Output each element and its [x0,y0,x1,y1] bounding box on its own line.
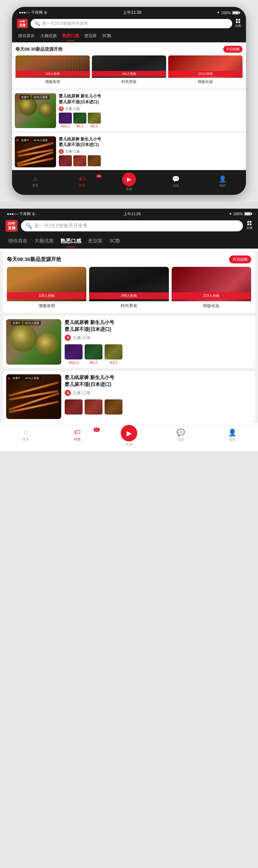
nav-mine-1[interactable]: 👤 我的 [199,175,246,191]
remind-button-2[interactable]: 开启提醒 [229,255,251,263]
tab-3c-2[interactable]: 3C数 [106,237,124,245]
nav-msg-1[interactable]: 💬 消息 [152,175,199,191]
live-center-button[interactable]: ▶ [122,172,136,186]
flash-item-suit-2[interactable]: 340人抢购 时尚男装 [89,267,169,309]
grid-dot [236,21,238,23]
sale-icon: 🏷 [79,175,85,182]
product-thumbs-bbq-2 [65,399,252,415]
user-icon-2: 👤 [228,428,237,437]
tab-taste[interactable]: 熟悉口感 [60,32,82,40]
grapes-img [59,113,72,124]
nav-sale-2[interactable]: 🏷 21 特卖 [52,428,103,447]
meat2-img [73,155,86,166]
search-bar-1[interactable]: 🔍 新一代V3.0智能手环发售 [31,19,232,28]
tab-discount-2[interactable]: 大额优惠 [31,237,57,245]
live-center-button-2[interactable]: ▶ [121,425,137,441]
phone-frame-1: ●●●○○ 千库网 令 上午11:26 ✦ 100% 20年 直播 🔍 新一代V… [12,7,246,195]
live-host-kiwi-2: 主 主播-江南 [65,335,252,341]
product-thumb-banana-2[interactable]: ¥3.2 [105,344,122,365]
nav-sale-1[interactable]: 🏷 21 特卖 [59,175,106,191]
product-thumb-grapes-2[interactable]: ¥10.2 [65,344,83,365]
product-thumb-meat1[interactable] [59,155,72,166]
grid-icon-row1 [236,19,240,21]
logo-tag-2: 直播 [8,226,15,230]
grapes-color-2 [65,344,83,359]
nav-live-1[interactable]: ▶ 直播 [106,175,152,191]
remind-button-1[interactable]: 开启提醒 [223,46,243,53]
host-avatar-1: 主 [59,106,64,111]
product-thumb-meat2[interactable] [73,155,86,166]
live-thumbnail-bbq-1: 直播中 4576人观看 [15,136,56,167]
flash-item-cosmetic[interactable]: 219人抢购 韩版化妆 [168,55,243,84]
live-status-bbq-2: 直播中 4576人观看 [8,376,41,380]
host-avatar-bbq-2: 主 [65,390,71,396]
flash-badge-suit: 340人抢购 [92,71,166,77]
live-dot [17,96,19,98]
sale-icon-2: 🏷 [74,428,81,436]
status-right-2: ✦ 100% [229,212,251,216]
grid-dot [236,19,238,21]
flash-grid-2: 109人抢购 潮服装馆 340人抢购 时尚男装 219人抢购 韩版化妆 [7,267,251,309]
flash-item-clothing-2[interactable]: 109人抢购 潮服装馆 [7,267,86,309]
flash-item-clothing[interactable]: 109人抢购 潮服装馆 [15,55,90,84]
host-name-1: 主播-江南 [65,106,80,111]
live-card-bbq-1[interactable]: 直播中 4576人观看 婴儿纸尿裤 新生儿小号婴儿尿不湿(日本进口) 主 主播-… [12,134,246,170]
greens-img [73,113,86,124]
tab-guess-2[interactable]: 猜你喜欢 [5,237,31,245]
host-avatar-kiwi-2: 主 [65,335,71,341]
logo-year-2: 20年 [8,221,15,226]
grid-row1-2 [247,221,251,223]
live-card-bbq-2[interactable]: 直播中 4576人观看 婴儿纸尿裤 新生儿小号婴儿尿不湿(日本进口) 主 主播-… [3,371,255,422]
product-thumb-banana[interactable]: ¥3.2 [88,113,101,128]
logo-badge: 20年 直播 [17,19,28,28]
main-content-1: 每天08:30新品货源开抢 开启提醒 109人抢购 潮服装馆 340人抢购 时尚… [12,42,246,170]
live-host-2: 主 主播-江南 [59,149,243,154]
flash-sale-header-1: 每天08:30新品货源开抢 开启提醒 [15,46,243,53]
flash-sale-section-2: 每天08:30新品货源开抢 开启提醒 109人抢购 潮服装馆 340人抢购 时尚… [3,251,255,313]
live-info-kiwi-2: 婴儿纸尿裤 新生儿小号婴儿尿不湿(日本进口) 主 主播-江南 ¥10.2 [65,319,252,365]
product-thumb-meat3[interactable] [88,155,101,166]
category-grid-btn-2[interactable]: 分类 [246,221,252,230]
grid-dot [250,221,251,223]
tab-guess[interactable]: 猜你喜欢 [15,32,37,40]
nav-home-2[interactable]: ⌂ 首页 [0,428,52,447]
flash-grid-1: 109人抢购 潮服装馆 340人抢购 时尚男装 219人抢购 韩版化妆 [15,55,243,84]
flash-name-suit: 时尚男装 [92,79,166,84]
nav-msg-2[interactable]: 💬 消息 [155,428,206,447]
kiwi-fruit-1 [18,97,37,116]
live-host-bbq-2: 主 主播-江南 [65,390,252,396]
battery-percent: 100% [221,11,231,15]
product-thumb-grapes[interactable]: ¥10.2 [59,113,72,128]
tab-value[interactable]: 更划算 [82,32,99,40]
product-thumb-greens-2[interactable]: ¥6.2 [85,344,103,365]
product-thumb-meat3-2[interactable] [105,399,122,415]
tab-discount[interactable]: 大额优惠 [37,32,60,40]
greens-price-2: ¥6.2 [85,360,103,365]
live-title-1: 婴儿纸尿裤 新生儿小号婴儿尿不湿(日本进口) [59,93,243,105]
live-viewers-bbq: 4576人观看 [32,138,50,143]
product-thumb-meat1-2[interactable] [65,399,83,415]
nav-mine-2[interactable]: 👤 我的 [206,428,258,447]
search-bar-2[interactable]: 🔍 新一代V3.0智能手环发售 [21,220,243,231]
tab-3c[interactable]: 3C数 [99,32,114,40]
product-thumb-greens[interactable]: ¥6.2 [73,113,86,128]
category-grid-btn[interactable]: 分类 [235,19,241,28]
tab-taste-2[interactable]: 熟悉口感 [57,237,85,245]
nav-sale-label-2: 特卖 [74,437,81,442]
tab-value-2[interactable]: 更划算 [85,237,106,245]
nav-live-2[interactable]: ▶ 直播 [103,428,155,447]
nav-msg-label: 消息 [173,184,179,188]
nav-home-1[interactable]: ⌂ 首页 [12,175,59,191]
live-info-bbq-2: 婴儿纸尿裤 新生儿小号婴儿尿不湿(日本进口) 主 主播-江南 [65,374,252,419]
live-viewers: 4576人观看 [32,95,50,100]
logo-badge-2: 20年 直播 [6,220,18,232]
product-thumb-meat2-2[interactable] [85,399,103,415]
home-icon: ⌂ [34,175,37,182]
kiwi-fruit-2 [39,102,54,117]
flash-item-suit[interactable]: 340人抢购 时尚男装 [92,55,166,84]
main-content-2: 每天08:30新品货源开抢 开启提醒 109人抢购 潮服装馆 340人抢购 时尚… [0,251,258,422]
live-card-kiwi-1[interactable]: 直播中 4576人观看 婴儿纸尿裤 新生儿小号婴儿尿不湿(日本进口) 主 主播-… [12,91,246,131]
grapes-price-2: ¥10.2 [65,360,83,365]
flash-item-cosmetic-2[interactable]: 219人抢购 韩版化妆 [172,267,251,309]
live-card-kiwi-2[interactable]: 直播中 4576人观看 婴儿纸尿裤 新生儿小号婴儿尿不湿(日本进口) 主 主播-… [3,316,255,368]
